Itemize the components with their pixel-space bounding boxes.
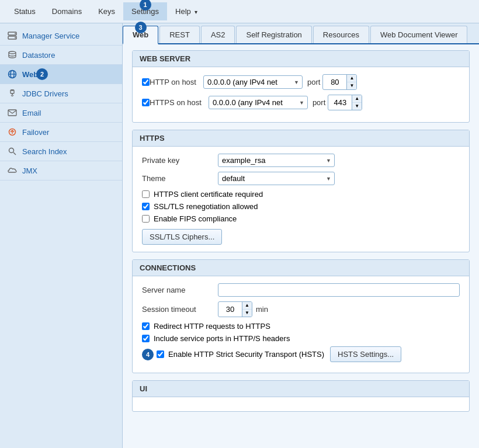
https-body: Private key example_rsa Theme default (133, 147, 469, 252)
https-port-down[interactable]: ▼ (352, 103, 362, 110)
session-timeout-up[interactable]: ▲ (242, 302, 252, 310)
sidebar-label-manager-service: Manager Service (22, 32, 79, 40)
web-server-title: WEB SERVER (133, 51, 469, 67)
session-timeout-unit: min (256, 305, 268, 314)
sidebar-item-jdbc[interactable]: JDBC Drivers (0, 84, 122, 103)
tab-self-registration[interactable]: Self Registration (236, 26, 311, 43)
http-label[interactable]: HTTP on host (150, 78, 196, 86)
private-key-wrapper: example_rsa (218, 154, 335, 167)
http-port-down[interactable]: ▼ (347, 82, 356, 89)
theme-select[interactable]: default (218, 172, 335, 185)
ui-title: UI (133, 381, 469, 397)
redirect-http-row: Redirect HTTP requests to HTTPS (142, 322, 460, 331)
connections-section: CONNECTIONS Server name Session timeout … (132, 259, 470, 373)
main-layout: Manager Service Datastore Web 2 JDBC Dri… (0, 23, 479, 448)
ssl-tls-row: SSL/TLS renegotiation allowed (142, 202, 460, 211)
nav-status[interactable]: Status (6, 2, 44, 20)
tab-as2[interactable]: AS2 (201, 26, 235, 43)
https-title: HTTPS (133, 130, 469, 147)
include-service-ports-label[interactable]: Include service ports in HTTP/S headers (154, 334, 290, 343)
sidebar: Manager Service Datastore Web 2 JDBC Dri… (0, 23, 123, 448)
svg-point-14 (9, 148, 14, 153)
nav-settings[interactable]: 1 Settings (123, 2, 167, 20)
search-icon (7, 147, 18, 156)
tab-web-document-viewer[interactable]: Web Document Viewer (370, 26, 467, 43)
https-port-up[interactable]: ▲ (352, 95, 362, 103)
sidebar-item-failover[interactable]: Failover (0, 123, 122, 142)
web-tab-badge: 3 (135, 22, 147, 33)
nav-domains[interactable]: Domains (44, 2, 90, 20)
sidebar-label-failover: Failover (22, 128, 49, 137)
ssl-tls-checkbox[interactable] (142, 203, 150, 210)
enable-fips-row: Enable FIPS compliance (142, 214, 460, 223)
session-timeout-spinner[interactable]: ▲ ▼ (218, 301, 252, 317)
redirect-http-checkbox[interactable] (142, 322, 150, 330)
redirect-http-label[interactable]: Redirect HTTP requests to HTTPS (154, 322, 270, 331)
connections-title: CONNECTIONS (133, 260, 469, 276)
svg-point-4 (9, 51, 16, 54)
http-port-label: port (307, 78, 320, 86)
http-checkbox[interactable] (142, 78, 150, 86)
private-key-select[interactable]: example_rsa (218, 154, 335, 167)
enable-fips-label[interactable]: Enable FIPS compliance (154, 214, 237, 223)
https-checkbox[interactable] (142, 99, 150, 106)
sidebar-item-search-index[interactable]: Search Index (0, 142, 122, 161)
failover-icon (7, 127, 18, 137)
private-key-label: Private key (142, 156, 218, 165)
tab-rest[interactable]: REST (159, 26, 200, 43)
enable-hsts-checkbox[interactable] (157, 350, 164, 358)
enable-fips-checkbox[interactable] (142, 215, 150, 223)
session-timeout-input[interactable] (218, 303, 242, 315)
ssl-ciphers-row: SSL/TLS Ciphers... (142, 229, 460, 245)
settings-content: WEB SERVER HTTP on host 0.0.0.0 (any IPv… (123, 44, 479, 448)
https-host-select[interactable]: 0.0.0.0 (any IPv4 net (209, 96, 308, 109)
include-service-ports-checkbox[interactable] (142, 335, 150, 342)
sidebar-item-manager-service[interactable]: Manager Service (0, 26, 122, 46)
globe-icon (7, 70, 18, 79)
sidebar-label-datastore: Datastore (22, 51, 55, 60)
tabs-bar: 3 Web REST AS2 Self Registration Resourc… (123, 23, 479, 44)
https-port-spinner[interactable]: ▲ ▼ (328, 95, 362, 110)
svg-line-15 (13, 152, 16, 155)
hsts-settings-button[interactable]: HSTS Settings... (330, 346, 401, 362)
cloud-icon (7, 166, 18, 175)
http-port-input[interactable] (323, 76, 346, 88)
sidebar-item-jmx[interactable]: JMX (0, 161, 122, 180)
https-port-label: port (313, 98, 325, 107)
content-area: 3 Web REST AS2 Self Registration Resourc… (123, 23, 479, 448)
ssl-tls-label[interactable]: SSL/TLS renegotiation allowed (154, 202, 258, 211)
sidebar-item-email[interactable]: Email (0, 103, 122, 123)
nav-keys[interactable]: Keys (90, 2, 123, 20)
https-client-cert-checkbox[interactable] (142, 190, 150, 198)
https-port-input[interactable] (328, 96, 352, 109)
session-timeout-label: Session timeout (142, 305, 218, 314)
sidebar-item-datastore[interactable]: Datastore (0, 46, 122, 65)
server-name-input[interactable] (218, 283, 460, 297)
connections-body: Server name Session timeout ▲ ▼ min (133, 276, 469, 373)
http-row: HTTP on host 0.0.0.0 (any IPv4 net port … (142, 74, 460, 90)
http-port-up[interactable]: ▲ (347, 75, 356, 82)
https-host-wrapper: 0.0.0.0 (any IPv4 net (209, 96, 308, 109)
sidebar-label-jdbc: JDBC Drivers (22, 89, 68, 98)
tab-web[interactable]: 3 Web (123, 26, 158, 44)
sidebar-label-jmx: JMX (22, 166, 37, 175)
theme-row: Theme default (142, 172, 460, 185)
enable-hsts-label[interactable]: Enable HTTP Strict Security Transport (H… (168, 350, 324, 359)
server-name-row: Server name (142, 283, 460, 297)
svg-rect-8 (11, 90, 14, 93)
session-timeout-down[interactable]: ▼ (242, 310, 252, 317)
web-badge: 2 (36, 68, 48, 80)
http-host-wrapper: 0.0.0.0 (any IPv4 net (203, 75, 303, 89)
tab-resources[interactable]: Resources (313, 26, 369, 43)
http-port-spinner[interactable]: ▲ ▼ (322, 74, 357, 90)
http-host-select[interactable]: 0.0.0.0 (any IPv4 net (203, 75, 303, 89)
https-row: HTTPS on host 0.0.0.0 (any IPv4 net port… (142, 95, 460, 110)
svg-rect-11 (8, 110, 16, 116)
https-label[interactable]: HTTPS on host (150, 98, 202, 107)
https-client-cert-label[interactable]: HTTPS client certificate required (154, 190, 263, 199)
sidebar-item-web[interactable]: Web 2 (0, 65, 122, 84)
ssl-ciphers-button[interactable]: SSL/TLS Ciphers... (142, 229, 222, 245)
web-server-section: WEB SERVER HTTP on host 0.0.0.0 (any IPv… (132, 50, 470, 123)
nav-help[interactable]: Help ▾ (167, 2, 206, 20)
enable-hsts-row: 4 Enable HTTP Strict Security Transport … (142, 346, 460, 362)
